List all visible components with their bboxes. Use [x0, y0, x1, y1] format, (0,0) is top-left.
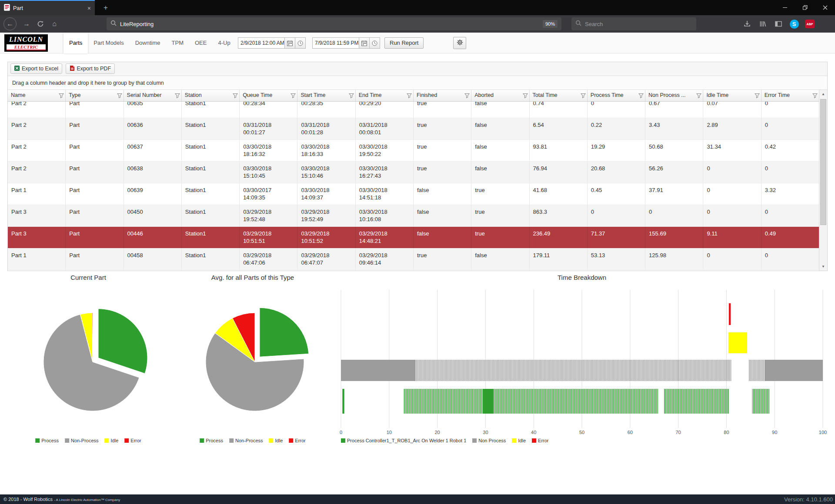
- clock-icon[interactable]: [295, 37, 306, 49]
- table-row[interactable]: Part 3Part00450Station103/29/2018 19:52:…: [8, 205, 819, 227]
- sidebar-toggle-icon[interactable]: [773, 18, 784, 30]
- table-row[interactable]: Part 2Part00638Station103/30/2018 15:10:…: [8, 162, 819, 183]
- column-header-name[interactable]: Name: [8, 90, 65, 101]
- scrollbar-thumb[interactable]: [820, 99, 826, 225]
- filter-icon[interactable]: [59, 93, 64, 99]
- window-restore-button[interactable]: [795, 0, 815, 15]
- column-header-queue-time[interactable]: Queue Time: [239, 90, 297, 101]
- scroll-up-icon[interactable]: ▲: [819, 90, 827, 98]
- column-header-idle-time[interactable]: Idle Time: [703, 90, 761, 101]
- table-cell: 00458: [124, 249, 181, 270]
- table-cell: Station1: [181, 118, 239, 139]
- column-header-end-time[interactable]: End Time: [355, 90, 413, 101]
- new-tab-button[interactable]: +: [100, 2, 111, 13]
- column-header-process-time[interactable]: Process Time: [587, 90, 645, 101]
- filter-icon[interactable]: [175, 93, 180, 99]
- home-button[interactable]: ⌂: [48, 17, 61, 30]
- table-cell: 03/30/2018 19:50:22: [355, 140, 413, 161]
- column-header-type[interactable]: Type: [65, 90, 123, 101]
- table-row[interactable]: Part 1Part00458Station103/29/2018 06:47:…: [8, 249, 819, 270]
- column-header-total-time[interactable]: Total Time: [529, 90, 587, 101]
- table-cell: 03/29/2018 06:47:07: [297, 249, 355, 270]
- table-row-selected[interactable]: Part 3Part00446Station103/29/2018 10:51:…: [8, 227, 819, 249]
- search-icon: [575, 20, 581, 28]
- nav-tab-4-up[interactable]: 4-Up: [212, 33, 236, 53]
- svg-text:70: 70: [675, 430, 681, 435]
- table-row[interactable]: Part 2Part00637Station103/30/2018 18:16:…: [8, 140, 819, 162]
- filter-icon[interactable]: [349, 93, 354, 99]
- legend-item-process-controller1-t-rob1-arc-on-welder-1-robot-1: Process Controller1_T_ROB1_Arc On Welder…: [341, 438, 466, 443]
- clock-icon[interactable]: [370, 37, 380, 49]
- table-cell: 19.29: [587, 140, 645, 161]
- forward-button[interactable]: →: [20, 17, 33, 30]
- search-icon: [110, 20, 117, 28]
- group-by-drop-zone[interactable]: Drag a column header and drop it here to…: [8, 76, 827, 90]
- table-cell: 00636: [124, 118, 181, 139]
- window-minimize-button[interactable]: [775, 0, 795, 15]
- pie-legend-current-part: ProcessNon-ProcessIdleError: [35, 438, 141, 443]
- filter-icon[interactable]: [696, 93, 701, 99]
- filter-icon[interactable]: [233, 93, 238, 99]
- export-to-excel-button[interactable]: Export to Excel: [10, 63, 62, 74]
- date-from-input[interactable]: 2/9/2018 12:00 AM: [238, 37, 285, 49]
- tab-title: Part: [13, 5, 84, 11]
- filter-icon[interactable]: [755, 93, 760, 99]
- settings-button[interactable]: [453, 37, 466, 49]
- date-to-input[interactable]: 7/9/2018 11:59 PM: [312, 37, 359, 49]
- run-report-button[interactable]: Run Report: [384, 37, 424, 49]
- url-text[interactable]: LiteReporting: [120, 21, 539, 27]
- browser-window: Part × + ← → ⌂ LiteReporting 90%: [0, 0, 835, 504]
- filter-icon[interactable]: [638, 93, 644, 99]
- skype-icon[interactable]: S: [788, 18, 800, 30]
- legend-item-process: Process: [35, 438, 59, 443]
- adblock-plus-icon[interactable]: ABP: [804, 18, 815, 30]
- table-cell: false: [413, 183, 471, 205]
- save-to-pocket-icon[interactable]: [741, 18, 753, 30]
- filter-icon[interactable]: [117, 93, 122, 99]
- back-button[interactable]: ←: [3, 17, 17, 30]
- filter-icon[interactable]: [464, 93, 470, 99]
- export-to-pdf-button[interactable]: Export to PDF: [66, 63, 115, 74]
- nav-tab-tpm[interactable]: TPM: [166, 33, 189, 53]
- column-header-station[interactable]: Station: [181, 90, 239, 101]
- filter-icon[interactable]: [812, 93, 818, 99]
- browser-tab-part[interactable]: Part ×: [0, 0, 95, 15]
- column-header-serial-number[interactable]: Serial Number: [124, 90, 181, 101]
- table-cell: 0.49: [761, 227, 819, 248]
- calendar-icon[interactable]: [285, 37, 295, 49]
- nav-tab-parts[interactable]: Parts: [63, 33, 88, 53]
- svg-text:90: 90: [772, 430, 777, 435]
- table-cell: Part 2: [8, 140, 65, 161]
- zoom-indicator[interactable]: 90%: [543, 20, 558, 28]
- window-close-button[interactable]: [815, 0, 835, 15]
- column-header-finished[interactable]: Finished: [413, 90, 471, 101]
- table-cell: false: [471, 249, 529, 270]
- grid-vertical-scrollbar[interactable]: ▲ ▼: [819, 90, 827, 271]
- filter-icon[interactable]: [523, 93, 528, 99]
- table-row[interactable]: Part 1Part00639Station103/30/2017 14:09:…: [8, 183, 819, 205]
- url-bar[interactable]: LiteReporting 90%: [107, 17, 561, 30]
- column-header-aborted[interactable]: Aborted: [471, 90, 529, 101]
- scroll-down-icon[interactable]: ▼: [819, 262, 827, 271]
- library-icon[interactable]: [757, 18, 768, 30]
- table-row[interactable]: Part 2Part00635Station100:28:3400:28:350…: [8, 102, 819, 118]
- nav-tab-part-models[interactable]: Part Models: [88, 33, 129, 53]
- lincoln-electric-logo: LINCOLN ELECTRIC: [4, 34, 48, 52]
- column-header-non-process[interactable]: Non Process ...: [645, 90, 703, 101]
- column-header-start-time[interactable]: Start Time: [297, 90, 355, 101]
- tab-close-icon[interactable]: ×: [87, 5, 91, 11]
- filter-icon[interactable]: [407, 93, 412, 99]
- table-row[interactable]: Part 2Part00636Station103/31/2018 00:01:…: [8, 118, 819, 140]
- table-cell: true: [413, 118, 471, 139]
- filter-icon[interactable]: [581, 93, 586, 99]
- filter-icon[interactable]: [291, 93, 296, 99]
- table-cell: 0: [645, 205, 703, 226]
- browser-search-box[interactable]: Search: [571, 17, 696, 30]
- pie-legend-average: ProcessNon-ProcessIdleError: [200, 438, 306, 443]
- refresh-button[interactable]: [34, 17, 47, 30]
- table-cell: true: [471, 183, 529, 205]
- nav-tab-downtime[interactable]: Downtime: [130, 33, 166, 53]
- nav-tab-oee[interactable]: OEE: [189, 33, 212, 53]
- calendar-icon[interactable]: [359, 37, 370, 49]
- column-header-error-time[interactable]: Error Time: [761, 90, 819, 101]
